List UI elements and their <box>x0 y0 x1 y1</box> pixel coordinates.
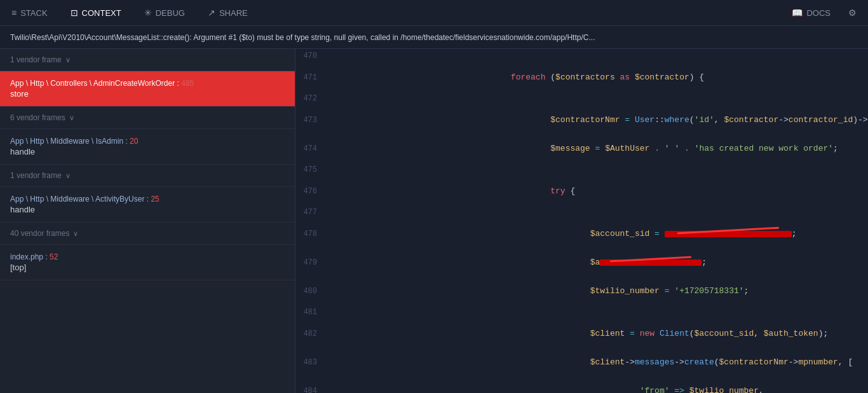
right-panel: 470 471 foreach ($contractors as $contra… <box>295 49 868 393</box>
vendor-frame-1[interactable]: 1 vendor frame ∨ <box>0 49 295 71</box>
code-line: $client->messages->create($contractorNmr… <box>327 348 868 376</box>
code-line <box>327 92 868 106</box>
frame-index-method: [top] <box>10 263 285 272</box>
line-number: 471 <box>295 63 327 92</box>
code-line: 'from' => $twilio_number, <box>327 376 868 393</box>
frame-is-admin[interactable]: App \ Http \ Middleware \ IsAdmin : 20 h… <box>0 129 295 165</box>
left-panel: 1 vendor frame ∨ App \ Http \ Controller… <box>0 49 295 393</box>
docs-icon: 📖 <box>792 8 803 18</box>
code-line <box>327 305 868 319</box>
error-message: Twilio\Rest\Api\V2010\Account\MessageLis… <box>10 33 595 42</box>
chevron-down-icon-2: ∨ <box>69 114 74 122</box>
code-table: 470 471 foreach ($contractors as $contra… <box>295 49 868 393</box>
line-number: 473 <box>295 106 327 134</box>
table-row: 484 'from' => $twilio_number, <box>295 376 868 393</box>
frame-name: App \ Http \ Controllers \ AdminCreateWo… <box>10 79 285 88</box>
error-bar: Twilio\Rest\Api\V2010\Account\MessageLis… <box>0 26 868 49</box>
stack-label: STACK <box>20 8 47 18</box>
gear-icon: ⚙ <box>848 8 857 18</box>
context-icon: ⊡ <box>71 8 78 18</box>
code-line: $client = new Client($account_sid, $auth… <box>327 319 868 348</box>
top-nav: ≡ STACK ⊡ CONTEXT ✳ DEBUG ↗ SHARE 📖 DOCS… <box>0 0 868 26</box>
chevron-down-icon: ∨ <box>65 56 71 64</box>
code-line <box>327 163 868 177</box>
table-row: 481 <box>295 305 868 319</box>
line-number: 483 <box>295 348 327 376</box>
frame-activity-by-user[interactable]: App \ Http \ Middleware \ ActivityByUser… <box>0 187 295 223</box>
line-number: 482 <box>295 319 327 348</box>
line-number: 484 <box>295 376 327 393</box>
frame-activity-name: App \ Http \ Middleware \ ActivityByUser… <box>10 195 285 203</box>
code-line <box>327 49 868 63</box>
code-line: $twilio_number = '+17205718331'; <box>327 277 868 305</box>
nav-share[interactable]: ↗ SHARE <box>204 5 252 20</box>
code-line: foreach ($contractors as $contractor) { <box>327 63 868 92</box>
table-row: 480 $twilio_number = '+17205718331'; <box>295 277 868 305</box>
docs-label: DOCS <box>806 8 831 18</box>
chevron-down-icon-4: ∨ <box>73 230 78 238</box>
share-label: SHARE <box>219 8 248 18</box>
frame-activity-method: handle <box>10 205 285 214</box>
nav-debug[interactable]: ✳ DEBUG <box>140 5 189 20</box>
nav-right: 📖 DOCS ⚙ <box>788 5 860 20</box>
code-line <box>327 205 868 219</box>
table-row: 478 $account_sid = ; <box>295 219 868 248</box>
line-number: 478 <box>295 219 327 248</box>
code-line: try { <box>327 177 868 205</box>
frame-is-admin-name: App \ Http \ Middleware \ IsAdmin : 20 <box>10 137 285 146</box>
chevron-down-icon-3: ∨ <box>65 172 71 180</box>
vendor-frame-1-label: 1 vendor frame <box>10 55 62 64</box>
code-line: $a ; <box>327 248 868 277</box>
table-row: 477 <box>295 205 868 219</box>
vendor-frame-40-label: 40 vendor frames <box>10 229 69 238</box>
share-icon: ↗ <box>208 8 215 18</box>
table-row: 476 try { <box>295 177 868 205</box>
vendor-frame-40[interactable]: 40 vendor frames ∨ <box>0 223 295 245</box>
code-line: $contractorNmr = User::where('id', $cont… <box>327 106 868 134</box>
vendor-frame-1b-label: 1 vendor frame <box>10 171 62 180</box>
code-line: $account_sid = ; <box>327 219 868 248</box>
line-number: 481 <box>295 305 327 319</box>
line-number: 475 <box>295 163 327 177</box>
frame-index[interactable]: index.php : 52 [top] <box>0 245 295 280</box>
line-number: 472 <box>295 92 327 106</box>
line-number: 474 <box>295 134 327 163</box>
main-layout: 1 vendor frame ∨ App \ Http \ Controller… <box>0 49 868 393</box>
vendor-frame-1b[interactable]: 1 vendor frame ∨ <box>0 165 295 187</box>
nav-left: ≡ STACK ⊡ CONTEXT ✳ DEBUG ↗ SHARE <box>8 5 252 20</box>
table-row: 482 $client = new Client($account_sid, $… <box>295 319 868 348</box>
debug-icon: ✳ <box>144 8 152 18</box>
context-label: CONTEXT <box>82 8 121 18</box>
table-row: 474 $message = $AuthUser . ' ' . 'has cr… <box>295 134 868 163</box>
vendor-frame-6-label: 6 vendor frames <box>10 113 65 122</box>
nav-settings[interactable]: ⚙ <box>844 5 860 20</box>
line-number: 477 <box>295 205 327 219</box>
table-row: 471 foreach ($contractors as $contractor… <box>295 63 868 92</box>
frame-is-admin-method: handle <box>10 147 285 156</box>
line-number: 480 <box>295 277 327 305</box>
code-line: $message = $AuthUser . ' ' . 'has create… <box>327 134 868 163</box>
line-number: 470 <box>295 49 327 63</box>
nav-stack[interactable]: ≡ STACK <box>8 5 51 20</box>
line-number: 479 <box>295 248 327 277</box>
table-row: 472 <box>295 92 868 106</box>
frame-index-name: index.php : 52 <box>10 252 285 261</box>
table-row: 479 $a ; <box>295 248 868 277</box>
table-row: 475 <box>295 163 868 177</box>
nav-docs[interactable]: 📖 DOCS <box>788 5 834 20</box>
stack-icon: ≡ <box>11 8 17 18</box>
nav-context[interactable]: ⊡ CONTEXT <box>67 5 125 20</box>
frame-method: store <box>10 89 285 99</box>
table-row: 483 $client->messages->create($contracto… <box>295 348 868 376</box>
debug-label: DEBUG <box>156 8 185 18</box>
table-row: 473 $contractorNmr = User::where('id', $… <box>295 106 868 134</box>
table-row: 470 <box>295 49 868 63</box>
vendor-frame-6[interactable]: 6 vendor frames ∨ <box>0 107 295 129</box>
line-number: 476 <box>295 177 327 205</box>
frame-admin-create-work-order[interactable]: App \ Http \ Controllers \ AdminCreateWo… <box>0 71 295 107</box>
